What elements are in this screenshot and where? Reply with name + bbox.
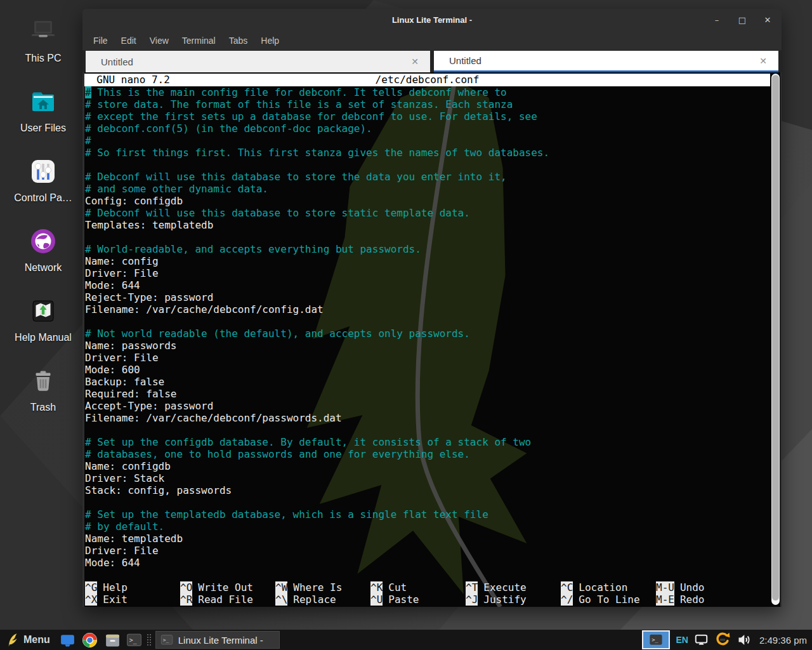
minimize-icon[interactable]: – <box>712 15 722 25</box>
terminal-screen[interactable]: GNU nano 7.2 /etc/debconf.conf # This is… <box>84 72 780 607</box>
launcher-desktop-icon[interactable] <box>59 632 76 649</box>
tab-close-icon[interactable]: ✕ <box>759 56 767 66</box>
nano-shortcut[interactable]: ^GHelp <box>85 581 180 594</box>
desktop-icon-user-files[interactable]: User Files <box>0 86 86 156</box>
menubar-item[interactable]: Tabs <box>229 36 248 46</box>
shortcut-label: Redo <box>680 594 705 606</box>
nano-shortcut[interactable]: ^UPaste <box>370 594 466 606</box>
updates-available-icon[interactable] <box>714 632 731 648</box>
terminal-scrollbar[interactable] <box>771 74 780 605</box>
svg-text:>_: >_ <box>129 637 136 644</box>
tab-untitled-1[interactable]: Untitled ✕ <box>86 51 430 72</box>
desktop-icon-list: This PC User Files Control Pa… <box>0 17 86 435</box>
tab-close-icon[interactable]: ✕ <box>411 56 419 67</box>
nano-shortcut[interactable]: ^/Go To Line <box>561 594 656 606</box>
editor-line: # So first things first. This first stan… <box>85 147 770 159</box>
menubar: FileEditViewTerminalTabsHelp <box>82 30 782 50</box>
display-settings-icon[interactable] <box>694 633 709 647</box>
desktop-icon-label: Network <box>25 262 62 274</box>
editor-line <box>85 496 770 508</box>
shortcut-row-2: ^XExit ^RRead File ^\Replace ^UPaste ^JJ… <box>85 594 770 606</box>
taskbar-separator-handle[interactable] <box>147 634 151 646</box>
terminal-icon: >_ <box>160 633 173 646</box>
desktop-icon-label: Help Manual <box>15 332 72 343</box>
menubar-item[interactable]: Terminal <box>182 36 216 46</box>
editor-line: Config: configdb <box>85 195 770 207</box>
editor-line: # Debconf will use this database to stor… <box>85 171 770 183</box>
taskbar-window-button[interactable]: >_ Linux Lite Terminal - <box>155 631 280 649</box>
nano-shortcut[interactable]: M-UUndo <box>656 581 704 594</box>
editor-line: Filename: /var/cache/debconf/config.dat <box>85 303 770 315</box>
editor-line: # Set up the configdb database. By defau… <box>85 436 770 448</box>
editor-line: Reject-Type: password <box>85 291 770 303</box>
menubar-item[interactable]: File <box>93 36 108 46</box>
shortcut-key: ^/ <box>561 594 573 606</box>
keyboard-layout-indicator[interactable]: EN <box>676 635 688 645</box>
editor-line: Mode: 600 <box>85 364 770 376</box>
editor-line: Required: false <box>85 388 770 400</box>
nano-shortcut[interactable]: ^RRead File <box>180 594 275 606</box>
menubar-item[interactable]: Help <box>261 36 279 46</box>
shortcut-label: Paste <box>388 594 419 606</box>
linux-lite-feather-icon <box>6 632 18 647</box>
editor-line: Stack: config, passwords <box>85 484 770 496</box>
volume-icon[interactable] <box>737 632 752 647</box>
window-titlebar[interactable]: Linux Lite Terminal - – □ ✕ <box>82 9 782 30</box>
nano-shortcut[interactable]: ^XExit <box>85 594 180 606</box>
desktop-icon-network[interactable]: Network <box>0 226 86 296</box>
nano-shortcut[interactable]: M-ERedo <box>656 594 704 606</box>
taskbar-clock[interactable]: 2:49:36 pm <box>759 635 807 646</box>
desktop-icon-label: User Files <box>20 123 66 134</box>
editor-line: Name: config <box>85 255 770 267</box>
menubar-item[interactable]: View <box>150 36 169 46</box>
tray-terminal-indicator[interactable]: >_ <box>642 630 670 649</box>
desktop-icon-control-panel[interactable]: Control Pa… <box>0 156 86 226</box>
nano-shortcut[interactable]: ^TExecute <box>466 581 561 594</box>
tab-untitled-2[interactable]: Untitled ✕ <box>434 51 778 72</box>
shortcut-key: M-U <box>656 581 674 594</box>
window-controls: – □ ✕ <box>712 9 773 30</box>
start-menu-label: Menu <box>23 634 50 646</box>
editor-line: # debconf.conf(5) (in the debconf-doc pa… <box>85 123 770 135</box>
desktop-icon-trash[interactable]: Trash <box>0 366 86 435</box>
shortcut-row-1: ^GHelp ^OWrite Out ^WWhere Is ^KCut ^TEx… <box>85 581 770 594</box>
nano-shortcut[interactable]: ^JJustify <box>466 594 561 606</box>
desktop-icon-help-manual[interactable]: Help Manual <box>0 296 86 366</box>
shortcut-label: Help <box>103 581 128 594</box>
launcher-file-manager-icon[interactable] <box>103 632 121 649</box>
launcher-terminal-icon[interactable]: >_ <box>126 632 143 649</box>
nano-shortcut[interactable]: ^CLocation <box>561 581 656 594</box>
editor-line: Backup: false <box>85 376 770 388</box>
editor-line: Templates: templatedb <box>85 219 770 231</box>
tab-label: Untitled <box>449 55 481 66</box>
shortcut-key: ^C <box>561 581 573 594</box>
shortcut-key: ^O <box>180 581 192 594</box>
nano-shortcut[interactable]: ^WWhere Is <box>275 581 370 594</box>
terminal-icon: >_ <box>649 633 663 647</box>
desktop-icon-this-pc[interactable]: This PC <box>0 17 86 86</box>
start-menu-button[interactable]: Menu <box>0 630 56 650</box>
nano-shortcut[interactable]: ^KCut <box>370 581 466 594</box>
maximize-icon[interactable]: □ <box>737 15 747 25</box>
shortcut-label: Undo <box>680 581 705 594</box>
nano-shortcut[interactable]: ^OWrite Out <box>180 581 275 594</box>
taskbar-window-label: Linux Lite Terminal - <box>178 635 263 646</box>
launcher-chrome-icon[interactable] <box>81 632 98 649</box>
tabbar: Untitled ✕ Untitled ✕ <box>82 50 782 72</box>
shortcut-key: ^T <box>466 581 478 594</box>
shortcut-label: Write Out <box>198 581 253 594</box>
shortcut-key: ^R <box>180 594 192 606</box>
editor-line: # except the first sets up a database fo… <box>85 110 770 123</box>
scrollbar-thumb[interactable] <box>772 75 779 600</box>
shortcut-label: Justify <box>483 594 526 606</box>
menubar-item[interactable]: Edit <box>121 36 136 46</box>
text-cursor: # <box>85 86 91 98</box>
chrome-icon <box>82 632 98 648</box>
nano-shortcut[interactable]: ^\Replace <box>275 594 370 606</box>
tab-label: Untitled <box>101 56 133 67</box>
shortcut-key: M-E <box>656 594 674 606</box>
shortcut-key: ^J <box>466 594 478 606</box>
sliders-icon <box>28 156 58 187</box>
close-icon[interactable]: ✕ <box>763 15 773 25</box>
trash-icon <box>28 366 58 396</box>
